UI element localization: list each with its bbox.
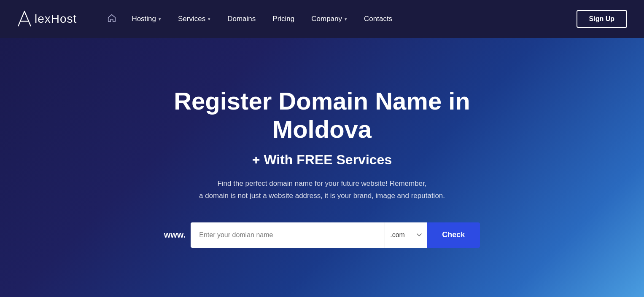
nav-item-contacts[interactable]: Contacts [357,11,399,27]
nav-item-services[interactable]: Services ▾ [171,11,217,27]
header: lexHost Hosting ▾ Services ▾ Domains Pri… [0,0,644,38]
main-nav: Hosting ▾ Services ▾ Domains Pricing Com… [102,10,627,28]
chevron-down-icon: ▾ [208,16,210,22]
domain-search-input[interactable] [191,222,385,248]
hero-title: Register Domain Name in Moldova [154,87,491,143]
www-label: www. [164,230,186,240]
chevron-down-icon: ▾ [159,16,161,22]
check-button[interactable]: Check [427,222,480,248]
hero-subtitle: + With FREE Services [252,152,392,168]
domain-search-row: www. .com .net .org .md .io Check [164,222,480,248]
nav-item-hosting[interactable]: Hosting ▾ [125,11,168,27]
signup-button[interactable]: Sign Up [577,10,627,28]
nav-item-company[interactable]: Company ▾ [304,11,354,27]
logo[interactable]: lexHost [17,11,77,27]
chevron-down-icon: ▾ [345,16,347,22]
logo-text: lexHost [35,12,77,26]
domain-extension-select[interactable]: .com .net .org .md .io [385,222,427,248]
nav-item-pricing[interactable]: Pricing [266,11,301,27]
hero-description: Find the perfect domain name for your fu… [199,178,445,202]
hero-section: Register Domain Name in Moldova + With F… [0,38,644,297]
logo-icon [17,11,32,27]
home-icon[interactable] [102,10,121,28]
nav-item-domains[interactable]: Domains [221,11,262,27]
